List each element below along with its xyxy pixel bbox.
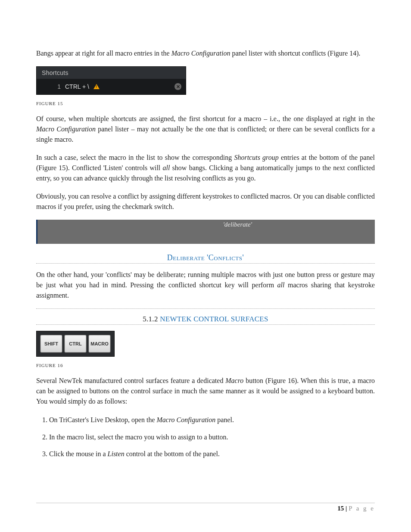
text-italic: Listen (108, 450, 125, 457)
page-footer: 15 | P a g e (36, 503, 375, 512)
text-italic: all (277, 281, 285, 289)
text: Of course, when multiple shortcuts are a… (36, 115, 375, 122)
figure-shortcuts: Shortcuts 1 CTRL + \ ✕ (36, 66, 186, 95)
text: Click the mouse in a (49, 450, 108, 457)
para-deliberate: On the other hand, your 'conflicts' may … (36, 270, 375, 301)
heading-number: 5.1.2 (143, 315, 160, 323)
text-italic: Shortcuts group (234, 154, 278, 161)
text-italic: Macro Configuration (157, 416, 216, 423)
shortcut-key: CTRL + \ (65, 83, 93, 90)
page-label: P a g e (349, 505, 375, 512)
rule-dotted (36, 324, 375, 325)
para-resolve: Obviously, you can resolve a conflict by… (36, 191, 375, 212)
rule-dotted (36, 263, 375, 264)
page-number-value: 15 | (337, 505, 349, 512)
figure-15-caption: FIGURE 15 (36, 101, 375, 106)
page-number: 15 | P a g e (337, 505, 375, 512)
figure-16-caption: FIGURE 16 (36, 363, 375, 368)
text: On TriCaster's Live Desktop, open the (49, 416, 157, 423)
text-italic: Macro (225, 377, 243, 384)
text-italic: Macro Configuration (36, 125, 96, 133)
text-italic: Macro Configuration (171, 50, 230, 57)
heading-5-1-2: 5.1.2 NEWTEK CONTROL SURFACES (36, 315, 375, 324)
note-text: 'deliberate' (223, 221, 252, 228)
rule-dotted (36, 308, 375, 309)
text: panel. (215, 416, 234, 423)
warning-icon[interactable] (93, 84, 100, 89)
text: Several NewTek manufactured control surf… (36, 377, 225, 384)
para-multiple: Of course, when multiple shortcuts are a… (36, 114, 375, 145)
shortcut-row[interactable]: 1 CTRL + \ ✕ (37, 79, 186, 94)
step-1: On TriCaster's Live Desktop, open the Ma… (49, 414, 375, 426)
note-bar: 'deliberate' (36, 220, 375, 244)
text: Bangs appear at right for all macro entr… (36, 50, 171, 57)
para-select: In such a case, select the macro in the … (36, 152, 375, 184)
heading-deliberate-conflicts: Deliberate 'Conflicts' (36, 253, 375, 262)
key-ctrl: CTRL (64, 335, 87, 353)
text: control at the bottom of the panel. (125, 450, 220, 457)
para-bangs: Bangs appear at right for all macro entr… (36, 48, 375, 59)
key-shift: SHIFT (40, 335, 62, 353)
text-italic: all (163, 164, 170, 171)
steps-list: On TriCaster's Live Desktop, open the Ma… (38, 414, 375, 460)
delete-icon[interactable]: ✕ (174, 83, 181, 90)
step-2: In the macro list, select the macro you … (49, 432, 375, 443)
shortcut-index: 1 (37, 83, 65, 90)
text: panel lister with shortcut conflicts (Fi… (230, 50, 360, 57)
figure-surface-keys: SHIFT CTRL MACRO (36, 331, 115, 357)
shortcuts-header: Shortcuts (37, 67, 186, 79)
step-3: Click the mouse in a Listen control at t… (49, 448, 375, 460)
para-surfaces: Several NewTek manufactured control surf… (36, 376, 375, 407)
footer-rule (36, 503, 375, 503)
key-macro: MACRO (88, 335, 111, 353)
text: In such a case, select the macro in the … (36, 154, 234, 161)
heading-text: NEWTEK CONTROL SURFACES (160, 315, 268, 323)
